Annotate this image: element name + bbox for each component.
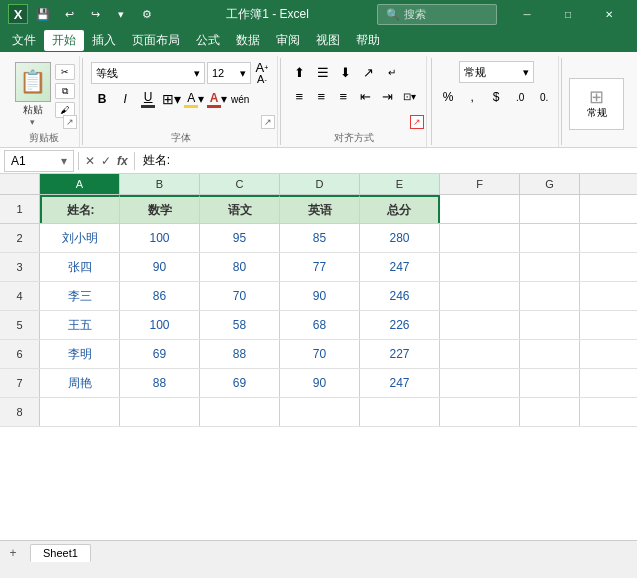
text-rotate-btn[interactable]: ↗	[358, 61, 380, 83]
cell-f2[interactable]	[440, 224, 520, 252]
cell-d4[interactable]: 90	[280, 282, 360, 310]
menu-file[interactable]: 文件	[4, 30, 44, 51]
cell-c7[interactable]: 69	[200, 369, 280, 397]
cell-e4[interactable]: 246	[360, 282, 440, 310]
cell-d2[interactable]: 85	[280, 224, 360, 252]
menu-data[interactable]: 数据	[228, 30, 268, 51]
decimal-increase-btn[interactable]: .0	[509, 86, 531, 108]
search-box[interactable]: 🔍 搜索	[377, 4, 497, 25]
cell-a6[interactable]: 李明	[40, 340, 120, 368]
align-middle-btn[interactable]: ☰	[312, 61, 334, 83]
cancel-formula-icon[interactable]: ✕	[83, 152, 97, 170]
row-num-3[interactable]: 3	[0, 253, 40, 281]
cell-f6[interactable]	[440, 340, 520, 368]
increase-indent-btn[interactable]: ⇥	[377, 85, 398, 107]
col-header-g[interactable]: G	[520, 174, 580, 194]
cell-e6[interactable]: 227	[360, 340, 440, 368]
cell-c6[interactable]: 88	[200, 340, 280, 368]
cell-f1[interactable]	[440, 195, 520, 223]
redo-btn[interactable]: ↪	[84, 3, 106, 25]
row-num-8[interactable]: 8	[0, 398, 40, 426]
cell-g2[interactable]	[520, 224, 580, 252]
cell-e3[interactable]: 247	[360, 253, 440, 281]
cell-f5[interactable]	[440, 311, 520, 339]
font-expand-icon[interactable]: ↗	[261, 115, 275, 129]
decrease-indent-btn[interactable]: ⇤	[355, 85, 376, 107]
merge-center-btn[interactable]: ⊡▾	[399, 85, 420, 107]
cell-c3[interactable]: 80	[200, 253, 280, 281]
font-name-select[interactable]: 等线 ▾	[91, 62, 205, 84]
paste-button[interactable]: 📋 粘贴 ▾	[13, 60, 53, 129]
cell-c1[interactable]: 语文	[200, 195, 280, 223]
cell-c5[interactable]: 58	[200, 311, 280, 339]
align-right-btn[interactable]: ≡	[333, 85, 354, 107]
row-num-7[interactable]: 7	[0, 369, 40, 397]
maximize-btn[interactable]: □	[548, 0, 588, 28]
menu-page-layout[interactable]: 页面布局	[124, 30, 188, 51]
align-left-btn[interactable]: ≡	[289, 85, 310, 107]
cut-button[interactable]: ✂	[55, 64, 75, 80]
cell-f3[interactable]	[440, 253, 520, 281]
menu-view[interactable]: 视图	[308, 30, 348, 51]
minimize-btn[interactable]: ─	[507, 0, 547, 28]
cell-c2[interactable]: 95	[200, 224, 280, 252]
cell-a4[interactable]: 李三	[40, 282, 120, 310]
row-num-1[interactable]: 1	[0, 195, 40, 223]
insert-function-icon[interactable]: fx	[115, 152, 130, 170]
quick-access-more[interactable]: ▾	[110, 3, 132, 25]
cell-a3[interactable]: 张四	[40, 253, 120, 281]
align-bottom-btn[interactable]: ⬇	[335, 61, 357, 83]
cell-c4[interactable]: 70	[200, 282, 280, 310]
cell-d7[interactable]: 90	[280, 369, 360, 397]
decimal-decrease-btn[interactable]: 0.	[533, 86, 555, 108]
font-size-select[interactable]: 12 ▾	[207, 62, 251, 84]
formula-input[interactable]: 姓名:	[139, 152, 633, 169]
cell-b8[interactable]	[120, 398, 200, 426]
cell-b5[interactable]: 100	[120, 311, 200, 339]
cell-d5[interactable]: 68	[280, 311, 360, 339]
fill-color-button[interactable]: A ▾	[183, 88, 205, 110]
comma-btn[interactable]: ,	[461, 86, 483, 108]
number-format-select[interactable]: 常规 ▾	[459, 61, 534, 83]
col-header-c[interactable]: C	[200, 174, 280, 194]
clipboard-expand-icon[interactable]: ↗	[63, 115, 77, 129]
font-size-decrease-btn[interactable]: A-	[253, 73, 271, 85]
col-header-b[interactable]: B	[120, 174, 200, 194]
cell-e1[interactable]: 总分	[360, 195, 440, 223]
cell-d6[interactable]: 70	[280, 340, 360, 368]
cell-e8[interactable]	[360, 398, 440, 426]
cell-d3[interactable]: 77	[280, 253, 360, 281]
cell-e2[interactable]: 280	[360, 224, 440, 252]
underline-button[interactable]: U	[137, 88, 159, 110]
cell-g8[interactable]	[520, 398, 580, 426]
cell-g7[interactable]	[520, 369, 580, 397]
cell-g4[interactable]	[520, 282, 580, 310]
menu-home[interactable]: 开始	[44, 30, 84, 51]
font-size-increase-btn[interactable]: A+	[253, 61, 271, 73]
font-color-button[interactable]: A ▾	[206, 88, 228, 110]
align-top-btn[interactable]: ⬆	[289, 61, 311, 83]
cell-a8[interactable]	[40, 398, 120, 426]
close-btn[interactable]: ✕	[589, 0, 629, 28]
col-header-d[interactable]: D	[280, 174, 360, 194]
cell-b4[interactable]: 86	[120, 282, 200, 310]
col-header-f[interactable]: F	[440, 174, 520, 194]
cell-g6[interactable]	[520, 340, 580, 368]
undo-btn[interactable]: ↩	[58, 3, 80, 25]
add-sheet-btn[interactable]: +	[4, 544, 22, 562]
col-header-a[interactable]: A	[40, 174, 120, 194]
cell-b1[interactable]: 数学	[120, 195, 200, 223]
cell-e7[interactable]: 247	[360, 369, 440, 397]
row-num-6[interactable]: 6	[0, 340, 40, 368]
cell-b7[interactable]: 88	[120, 369, 200, 397]
cell-b6[interactable]: 69	[120, 340, 200, 368]
cell-style-selector[interactable]: ⊞ 常规	[569, 78, 624, 130]
align-center-btn[interactable]: ≡	[311, 85, 332, 107]
row-num-5[interactable]: 5	[0, 311, 40, 339]
quick-save-btn[interactable]: 💾	[32, 3, 54, 25]
cell-g3[interactable]	[520, 253, 580, 281]
cell-reference-box[interactable]: A1 ▾	[4, 150, 74, 172]
percent-btn[interactable]: %	[437, 86, 459, 108]
col-header-e[interactable]: E	[360, 174, 440, 194]
row-num-4[interactable]: 4	[0, 282, 40, 310]
